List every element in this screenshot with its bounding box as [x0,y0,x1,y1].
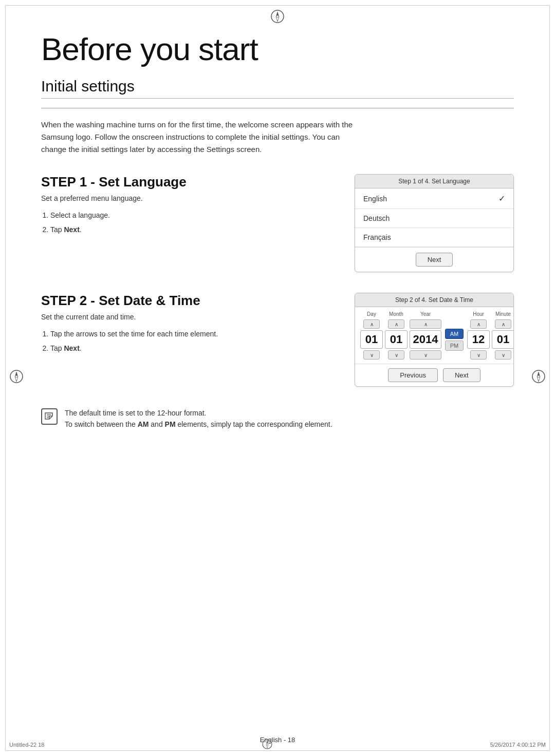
language-deutsch-label: Deutsch [363,214,390,222]
language-francais-label: Français [363,233,391,241]
step2-instruction2: Tap Next. [50,343,334,355]
hour-down-arrow[interactable]: ∨ [470,350,487,360]
intro-text: When the washing machine turns on for th… [41,119,360,156]
compass-right-icon [531,369,546,387]
ampm-column: AM PM [445,311,464,360]
compass-left-icon [9,369,24,387]
language-english-label: English [363,195,387,203]
step2-instruction1: Tap the arrows to set the time for each … [50,328,334,341]
step2-ui-box: Step 2 of 4. Set Date & Time Day ∧ 01 ∨ … [355,293,514,387]
day-value: 01 [360,330,383,349]
day-column: Day ∧ 01 ∨ [360,311,383,360]
step2-next-button[interactable]: Next [443,368,480,382]
language-item-deutsch[interactable]: Deutsch [355,209,513,228]
svg-marker-1 [276,11,279,16]
step2-ui: Step 2 of 4. Set Date & Time Day ∧ 01 ∨ … [355,293,514,387]
year-column: Year ∧ 2014 ∨ [410,311,441,360]
note-line2: To switch between the AM and PM elements… [65,419,332,430]
step2-subtitle: Set the current date and time. [41,313,334,321]
minute-up-arrow[interactable]: ∧ [495,319,511,329]
year-label: Year [420,311,431,317]
note-am-bold: AM [138,420,149,428]
minute-down-arrow[interactable]: ∨ [495,350,511,360]
step1-ui-header: Step 1 of 4. Set Language [355,175,513,188]
bottom-compass-icon [262,739,273,751]
section-divider [41,108,514,108]
step1-ui-box: Step 1 of 4. Set Language English ✓ Deut… [355,174,514,272]
bottom-left-text: Untitled-22 18 [9,742,45,748]
page-title: Before you start [41,31,514,67]
year-value: 2014 [410,330,441,349]
minute-value: 01 [492,330,514,349]
am-button[interactable]: AM [445,329,464,339]
step1-instruction2: Tap Next. [50,224,334,236]
step2-next-bold: Next [64,344,79,352]
svg-marker-7 [537,371,540,376]
note-icon [41,408,58,425]
month-label: Month [389,311,403,317]
step2-title: STEP 2 - Set Date & Time [41,293,334,309]
day-up-arrow[interactable]: ∧ [363,319,380,329]
svg-marker-8 [537,376,540,382]
hour-value: 12 [467,330,490,349]
note-line2-mid: and [149,420,164,428]
step1-footer: Next [355,247,513,272]
day-label: Day [367,311,376,317]
step2-instructions: Tap the arrows to set the time for each … [41,328,334,355]
section-heading: Initial settings [41,78,514,99]
bottom-right-text: 5/26/2017 4:00:12 PM [490,742,546,748]
compass-top-icon [270,9,285,27]
year-up-arrow[interactable]: ∧ [410,319,441,329]
note-line1: The default time is set to the 12-hour f… [65,407,332,419]
step1-ui: Step 1 of 4. Set Language English ✓ Deut… [355,174,514,272]
datetime-grid: Day ∧ 01 ∨ Month ∧ 01 ∨ Year [355,307,513,364]
step1-section: STEP 1 - Set Language Set a preferred me… [41,174,514,272]
checkmark-icon: ✓ [498,194,505,203]
hour-up-arrow[interactable]: ∧ [470,319,487,329]
svg-marker-5 [15,376,18,382]
svg-marker-13 [266,740,268,744]
step1-tap-prefix: Tap [50,225,64,234]
step1-left: STEP 1 - Set Language Set a preferred me… [41,174,355,238]
step2-footer: Previous Next [355,364,513,386]
step1-next-bold: Next [64,225,79,234]
note-line2-prefix: To switch between the [65,420,138,428]
month-column: Month ∧ 01 ∨ [385,311,408,360]
note-content: The default time is set to the 12-hour f… [65,407,332,430]
step2-suffix: . [80,344,82,352]
language-item-english[interactable]: English ✓ [355,188,513,209]
step1-subtitle: Set a preferred menu language. [41,194,334,202]
pm-button[interactable]: PM [445,341,464,351]
step2-previous-button[interactable]: Previous [388,368,438,382]
hour-label: Hour [473,311,484,317]
svg-marker-4 [15,371,18,376]
step1-instructions: Select a language. Tap Next. [41,210,334,236]
step2-section: STEP 2 - Set Date & Time Set the current… [41,293,514,387]
step2-ui-header: Step 2 of 4. Set Date & Time [355,293,513,307]
hour-column: Hour ∧ 12 ∨ [467,311,490,360]
month-down-arrow[interactable]: ∨ [388,350,404,360]
step2-tap-prefix: Tap [50,344,64,352]
step2-left: STEP 2 - Set Date & Time Set the current… [41,293,355,357]
step1-instruction1: Select a language. [50,210,334,222]
step1-title: STEP 1 - Set Language [41,174,334,190]
note-line2-suffix: elements, simply tap the corresponding e… [176,420,332,428]
month-value: 01 [385,330,408,349]
note-pm-bold: PM [165,420,176,428]
step1-suffix: . [80,225,82,234]
year-down-arrow[interactable]: ∨ [410,350,441,360]
svg-marker-14 [266,744,268,748]
minute-column: Minute ∧ 01 ∨ [492,311,514,360]
step1-next-button[interactable]: Next [416,253,453,267]
day-down-arrow[interactable]: ∨ [363,350,380,360]
month-up-arrow[interactable]: ∧ [388,319,404,329]
bottom-bar: Untitled-22 18 5/26/2017 4:00:12 PM [5,739,550,751]
svg-marker-2 [276,16,279,22]
language-item-francais[interactable]: Français [355,228,513,247]
note-section: The default time is set to the 12-hour f… [41,407,514,430]
minute-label: Minute [495,311,511,317]
